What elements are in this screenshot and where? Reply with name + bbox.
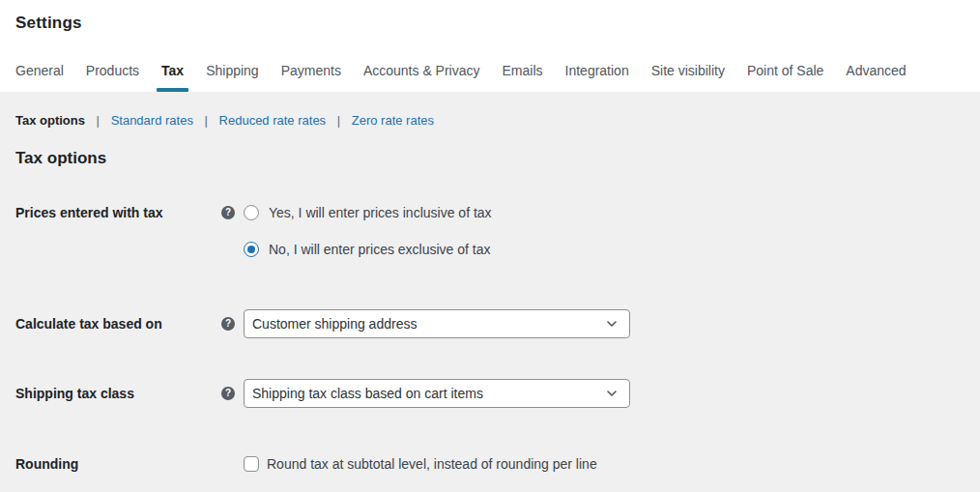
help-icon[interactable]: ?: [221, 206, 235, 219]
chevron-down-icon: [604, 386, 620, 401]
page-title: Settings: [15, 14, 965, 32]
section-heading: Tax options: [15, 149, 965, 168]
radio-option-row: ? Yes, I will enter prices inclusive of …: [221, 203, 492, 222]
subnav-separator: |: [337, 113, 340, 128]
tab-integration[interactable]: Integration: [565, 63, 629, 92]
radio-option-row: No, I will enter prices exclusive of tax: [221, 240, 492, 259]
select-selected-value: Customer shipping address: [252, 316, 417, 332]
select-selected-value: Shipping tax class based on cart items: [252, 386, 483, 401]
tab-payments[interactable]: Payments: [281, 63, 341, 92]
round-tax-checkbox[interactable]: [244, 456, 259, 472]
shipping-tax-class-select[interactable]: Shipping tax class based on cart items: [244, 379, 630, 408]
tax-subnav: Tax options | Standard rates | Reduced r…: [15, 113, 965, 129]
tab-tax[interactable]: Tax: [161, 63, 184, 92]
field-label-prices-entered-with-tax: Prices entered with tax: [15, 203, 221, 222]
subnav-item-zero-rate-rates[interactable]: Zero rate rates: [352, 113, 434, 128]
help-icon[interactable]: ?: [221, 317, 235, 331]
checkbox-label-round-tax[interactable]: Round tax at subtotal level, instead of …: [267, 454, 597, 474]
subnav-item-standard-rates[interactable]: Standard rates: [111, 113, 193, 128]
tab-shipping[interactable]: Shipping: [206, 63, 259, 92]
tab-products[interactable]: Products: [86, 63, 139, 92]
admin-header: Settings: [0, 0, 980, 32]
subnav-separator: |: [205, 113, 208, 128]
help-icon[interactable]: ?: [221, 387, 235, 400]
tax-options-form: Prices entered with tax ? Yes, I will en…: [15, 203, 965, 474]
form-row-prices-entered-with-tax: Prices entered with tax ? Yes, I will en…: [15, 203, 965, 259]
field-label-shipping-tax-class: Shipping tax class: [15, 384, 221, 403]
radio-label-prices-exclusive[interactable]: No, I will enter prices exclusive of tax: [269, 240, 491, 259]
radio-prices-exclusive[interactable]: [244, 242, 259, 257]
subnav-separator: |: [97, 113, 100, 128]
form-row-shipping-tax-class: Shipping tax class ? Shipping tax class …: [15, 379, 965, 408]
subnav-item-tax-options[interactable]: Tax options: [15, 113, 85, 128]
field-label-rounding: Rounding: [15, 454, 221, 474]
calculate-tax-based-on-select[interactable]: Customer shipping address: [244, 309, 630, 338]
subnav-item-reduced-rate-rates[interactable]: Reduced rate rates: [219, 113, 327, 128]
tab-site-visibility[interactable]: Site visibility: [651, 63, 725, 92]
tab-emails[interactable]: Emails: [503, 63, 543, 92]
radio-label-prices-inclusive[interactable]: Yes, I will enter prices inclusive of ta…: [269, 203, 492, 222]
form-row-calculate-tax-based-on: Calculate tax based on ? Customer shippi…: [15, 309, 965, 338]
tab-general[interactable]: General: [15, 63, 64, 92]
radio-prices-inclusive[interactable]: [244, 205, 259, 220]
settings-tabs: General Products Tax Shipping Payments A…: [0, 63, 980, 92]
tax-settings-content: Tax options | Standard rates | Reduced r…: [0, 92, 980, 492]
tab-point-of-sale[interactable]: Point of Sale: [747, 63, 823, 92]
field-label-calculate-tax-based-on: Calculate tax based on: [15, 314, 221, 333]
tab-advanced[interactable]: Advanced: [846, 63, 906, 92]
chevron-down-icon: [604, 316, 620, 332]
prices-entered-radio-group: ? Yes, I will enter prices inclusive of …: [221, 203, 492, 259]
form-row-rounding: Rounding Round tax at subtotal level, in…: [15, 454, 965, 474]
tab-accounts-privacy[interactable]: Accounts & Privacy: [363, 63, 480, 92]
